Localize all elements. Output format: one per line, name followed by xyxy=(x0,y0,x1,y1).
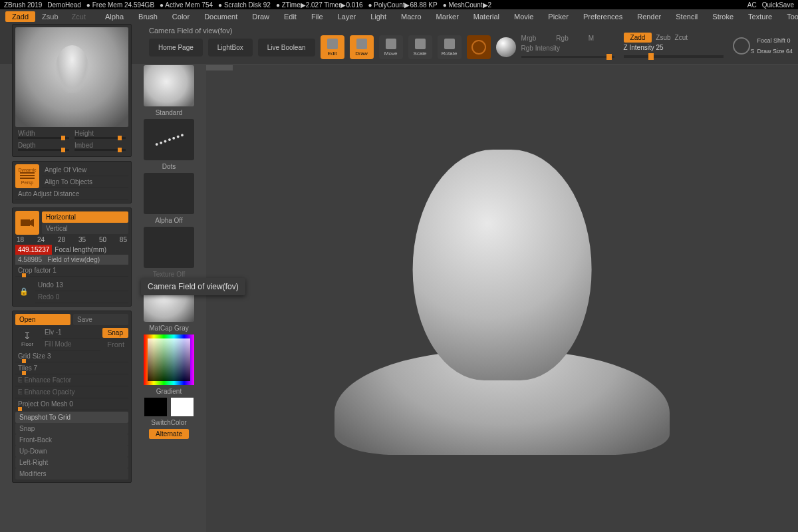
menu-render[interactable]: Render xyxy=(631,11,667,23)
lightbox-button[interactable]: LightBox xyxy=(208,39,253,57)
save-button[interactable]: Save xyxy=(73,314,128,325)
menu-file[interactable]: File xyxy=(305,11,329,23)
zsub-button[interactable]: Zsub xyxy=(35,11,65,22)
menu-color[interactable]: Color xyxy=(166,11,196,23)
front-back-button[interactable]: Front-Back xyxy=(15,434,128,446)
scale-button[interactable]: Scale xyxy=(408,35,432,59)
modifiers-button[interactable]: Modifiers xyxy=(15,468,128,479)
switchcolor-button[interactable]: SwitchColor xyxy=(151,419,186,426)
menu-alpha[interactable]: Alpha xyxy=(99,11,130,23)
redo-button[interactable]: Redo 0 xyxy=(35,291,128,303)
brush-tile[interactable] xyxy=(144,65,194,106)
left-right-button[interactable]: Left-Right xyxy=(15,457,128,468)
focal-length-field[interactable]: 449.15237 Focal length(mm) xyxy=(15,245,128,255)
zcut-toggle[interactable]: Zcut xyxy=(675,34,688,41)
camera-icon-button[interactable] xyxy=(15,211,39,235)
fov-value[interactable]: 4.58985 xyxy=(15,255,45,265)
menu-picker[interactable]: Picker xyxy=(542,11,575,23)
front-button[interactable]: Front xyxy=(103,339,128,350)
liveboolean-button[interactable]: Live Boolean xyxy=(258,39,315,57)
mrgb-button[interactable]: Mrgb xyxy=(521,35,537,42)
tool-thumbnail[interactable] xyxy=(15,27,128,127)
menu-brush[interactable]: Brush xyxy=(132,11,164,23)
z-intensity-slider[interactable] xyxy=(624,55,724,58)
focal-18[interactable]: 18 xyxy=(17,236,24,243)
menu-tool[interactable]: Tool xyxy=(781,11,798,23)
lock-icon[interactable]: 🔒 xyxy=(15,285,33,298)
menu-light[interactable]: Light xyxy=(364,11,392,23)
floor-button[interactable]: ↧ Floor xyxy=(15,331,39,347)
draw-size-label[interactable]: Draw Size 64 xyxy=(757,48,793,55)
cursor-size-icon[interactable] xyxy=(733,37,750,55)
m-button[interactable]: M xyxy=(589,35,594,42)
zadd-button[interactable]: Zadd xyxy=(5,11,35,22)
menu-macro[interactable]: Macro xyxy=(395,11,428,23)
snap-button[interactable]: Snap xyxy=(102,328,128,338)
crop-factor-slider[interactable]: Crop factor 1 xyxy=(15,265,128,277)
depth-slider[interactable]: Depth xyxy=(18,142,69,151)
menu-preferences[interactable]: Preferences xyxy=(577,11,628,23)
elv-slider[interactable]: Elv -1 xyxy=(42,327,100,338)
e-enhance-opacity-slider[interactable]: E Enhance Opacity xyxy=(15,386,128,398)
menu-movie[interactable]: Movie xyxy=(508,11,539,23)
angle-of-view-slider[interactable]: Angle Of View xyxy=(42,164,128,176)
history-bar[interactable] xyxy=(206,65,233,70)
menu-marker[interactable]: Marker xyxy=(430,11,465,23)
zadd-toggle[interactable]: Zadd xyxy=(624,33,652,43)
rotate-button[interactable]: Rotate xyxy=(438,35,462,59)
menu-texture[interactable]: Texture xyxy=(742,11,778,23)
tiles-slider[interactable]: Tiles 7 xyxy=(15,362,128,374)
alternate-button[interactable]: Alternate xyxy=(149,429,189,439)
height-slider[interactable]: Height xyxy=(74,130,126,139)
menu-layer[interactable]: Layer xyxy=(332,11,362,23)
width-slider[interactable]: Width xyxy=(18,130,69,139)
undo-button[interactable]: Undo 13 xyxy=(35,279,128,291)
focal-24[interactable]: 24 xyxy=(37,236,45,243)
menu-edit[interactable]: Edit xyxy=(278,11,303,23)
align-to-objects-button[interactable]: Align To Objects xyxy=(42,176,128,188)
draw-button[interactable]: Draw xyxy=(350,35,374,59)
zsub-toggle[interactable]: Zsub xyxy=(656,34,670,41)
horizontal-button[interactable]: Horizontal xyxy=(42,211,128,223)
focal-length-value[interactable]: 449.15237 xyxy=(15,245,52,255)
dynamic-persp-button[interactable]: DynamicPersp xyxy=(15,164,39,188)
stroke-tile[interactable] xyxy=(144,119,194,160)
gizmo-button[interactable] xyxy=(467,35,491,59)
focal-shift-label[interactable]: Focal Shift 0 xyxy=(757,37,793,44)
edit-button[interactable]: Edit xyxy=(321,35,344,59)
swatch-white[interactable] xyxy=(171,398,194,416)
project-on-mesh-slider[interactable]: Project On Mesh 0 xyxy=(15,398,128,410)
zcut-button[interactable]: Zcut xyxy=(65,11,92,22)
color-picker[interactable] xyxy=(144,334,194,385)
open-button[interactable]: Open xyxy=(15,314,70,325)
focal-35[interactable]: 35 xyxy=(78,236,86,243)
texture-tile[interactable] xyxy=(144,227,194,268)
homepage-button[interactable]: Home Page xyxy=(149,39,203,57)
vertical-button[interactable]: Vertical xyxy=(42,223,128,234)
gridsize-slider[interactable]: Grid Size 3 xyxy=(15,350,128,362)
focal-28[interactable]: 28 xyxy=(58,236,65,243)
menu-stroke[interactable]: Stroke xyxy=(706,11,739,23)
focal-50[interactable]: 50 xyxy=(99,236,106,243)
auto-adjust-distance-button[interactable]: Auto Adjust Distance xyxy=(15,188,128,200)
menu-material[interactable]: Material xyxy=(467,11,505,23)
up-down-button[interactable]: Up-Down xyxy=(15,446,128,457)
snap2-button[interactable]: Snap xyxy=(15,423,128,434)
swatch-black[interactable] xyxy=(144,398,167,416)
rgb-button[interactable]: Rgb xyxy=(556,35,568,42)
fillmode-slider[interactable]: Fill Mode xyxy=(42,338,100,350)
menu-document[interactable]: Document xyxy=(198,11,243,23)
quicksave-button[interactable]: QuickSave xyxy=(762,1,794,9)
rgb-intensity-slider[interactable] xyxy=(521,56,614,58)
snapshot-to-grid-button[interactable]: Snapshot To Grid xyxy=(15,412,128,423)
focal-85[interactable]: 85 xyxy=(120,236,127,243)
fov-field[interactable]: 4.58985 Field of view(deg) xyxy=(15,255,128,265)
menu-stencil[interactable]: Stencil xyxy=(670,11,704,23)
viewport[interactable] xyxy=(206,65,798,532)
alpha-tile[interactable] xyxy=(144,173,194,214)
menu-draw[interactable]: Draw xyxy=(246,11,275,23)
material-ball-icon[interactable] xyxy=(496,37,516,57)
e-enhance-factor-slider[interactable]: E Enhance Factor xyxy=(15,374,128,386)
imbed-slider[interactable]: Imbed xyxy=(74,142,126,151)
move-button[interactable]: Move xyxy=(379,35,403,59)
